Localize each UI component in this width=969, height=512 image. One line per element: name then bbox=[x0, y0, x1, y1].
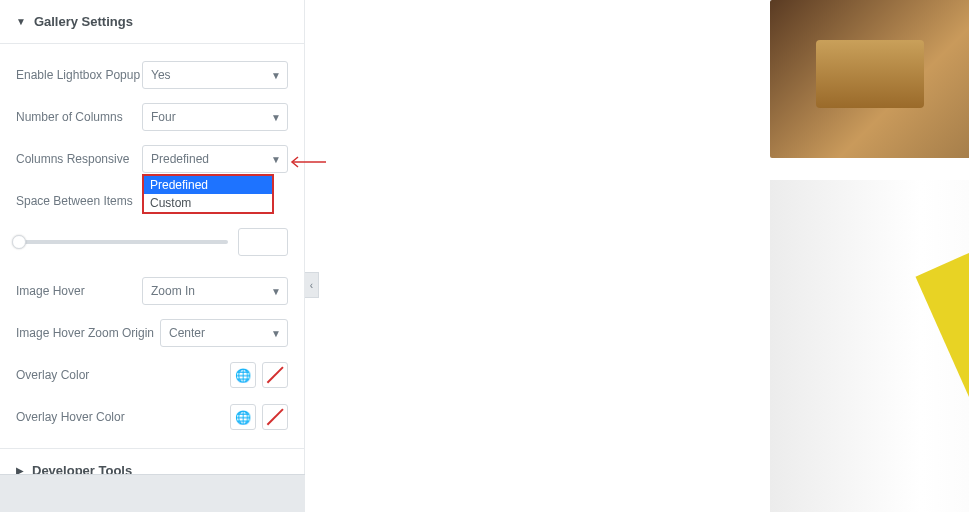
select-responsive[interactable]: Predefined ▼ bbox=[142, 145, 288, 173]
sidebar-footer bbox=[0, 474, 305, 512]
section-gallery-settings[interactable]: ▼ Gallery Settings bbox=[0, 0, 304, 44]
slider-thumb[interactable] bbox=[12, 235, 26, 249]
gallery-settings-body: Enable Lightbox Popup Yes ▼ Number of Co… bbox=[0, 44, 304, 438]
globe-icon: 🌐 bbox=[235, 410, 251, 425]
annotation-arrow bbox=[288, 155, 328, 173]
row-hover-origin: Image Hover Zoom Origin Center ▼ bbox=[16, 312, 288, 354]
slider-track[interactable] bbox=[16, 240, 228, 244]
label-hover-origin: Image Hover Zoom Origin bbox=[16, 326, 160, 340]
row-overlay-color: Overlay Color 🌐 bbox=[16, 354, 288, 396]
chevron-down-icon: ▼ bbox=[271, 328, 281, 339]
dropdown-responsive-options: Predefined Custom bbox=[142, 174, 274, 214]
label-space: Space Between Items bbox=[16, 194, 142, 208]
row-columns: Number of Columns Four ▼ bbox=[16, 96, 288, 138]
label-responsive: Columns Responsive bbox=[16, 152, 142, 166]
gallery-image bbox=[770, 180, 969, 512]
settings-sidebar: ▼ Gallery Settings Enable Lightbox Popup… bbox=[0, 0, 305, 512]
select-hover-origin[interactable]: Center ▼ bbox=[160, 319, 288, 347]
label-overlay: Overlay Color bbox=[16, 368, 142, 382]
color-picker-button[interactable] bbox=[262, 362, 288, 388]
select-hover[interactable]: Zoom In ▼ bbox=[142, 277, 288, 305]
row-hover: Image Hover Zoom In ▼ bbox=[16, 270, 288, 312]
chevron-down-icon: ▼ bbox=[271, 286, 281, 297]
select-columns-value: Four bbox=[151, 110, 176, 124]
select-hover-origin-value: Center bbox=[169, 326, 205, 340]
select-lightbox[interactable]: Yes ▼ bbox=[142, 61, 288, 89]
gallery-image bbox=[770, 0, 969, 158]
row-lightbox: Enable Lightbox Popup Yes ▼ bbox=[16, 54, 288, 96]
chevron-down-icon: ▼ bbox=[271, 112, 281, 123]
image-content bbox=[915, 180, 969, 512]
chevron-down-icon: ▼ bbox=[271, 70, 281, 81]
select-hover-value: Zoom In bbox=[151, 284, 195, 298]
slider-space bbox=[16, 222, 288, 270]
label-overlay-hover: Overlay Hover Color bbox=[16, 410, 142, 424]
label-lightbox: Enable Lightbox Popup bbox=[16, 68, 142, 82]
globe-icon: 🌐 bbox=[235, 368, 251, 383]
slider-value-input[interactable] bbox=[238, 228, 288, 256]
global-color-button[interactable]: 🌐 bbox=[230, 362, 256, 388]
option-custom[interactable]: Custom bbox=[144, 194, 272, 212]
section-title: Gallery Settings bbox=[34, 14, 133, 29]
option-predefined[interactable]: Predefined bbox=[144, 176, 272, 194]
preview-canvas bbox=[305, 0, 969, 512]
row-overlay-hover-color: Overlay Hover Color 🌐 bbox=[16, 396, 288, 438]
select-responsive-value: Predefined bbox=[151, 152, 209, 166]
select-lightbox-value: Yes bbox=[151, 68, 171, 82]
global-color-button[interactable]: 🌐 bbox=[230, 404, 256, 430]
caret-down-icon: ▼ bbox=[16, 16, 26, 27]
chevron-down-icon: ▼ bbox=[271, 154, 281, 165]
color-picker-button[interactable] bbox=[262, 404, 288, 430]
select-columns[interactable]: Four ▼ bbox=[142, 103, 288, 131]
label-hover: Image Hover bbox=[16, 284, 142, 298]
label-columns: Number of Columns bbox=[16, 110, 142, 124]
